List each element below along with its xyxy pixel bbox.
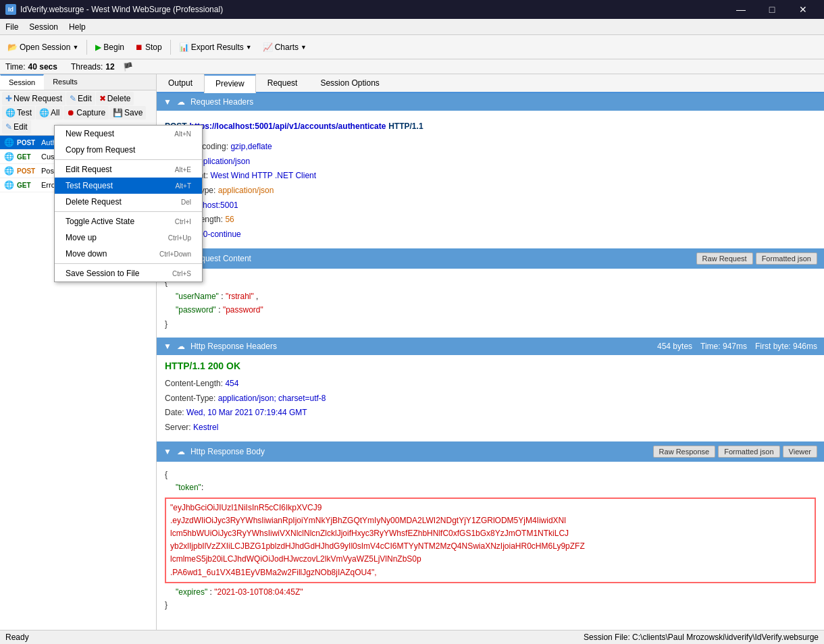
resp-bytes: 454 bytes [657, 342, 692, 351]
menu-bar: File Session Help [0, 19, 824, 35]
globe-icon-0: 🌐 [4, 138, 14, 147]
response-headers-content: HTTP/1.1 200 OK Content-Length: 454 Cont… [157, 355, 824, 441]
ctx-delete-request[interactable]: Delete Request Del [55, 194, 202, 210]
token-val-1: "eyJhbGciOiJIUzI1NiIsInR5cCI6IkpXVCJ9 [170, 502, 810, 514]
stop-icon: ⏹ [135, 43, 143, 52]
test-button[interactable]: 🌐 Test [2, 106, 35, 119]
ctx-new-request-shortcut: Alt+N [174, 130, 191, 138]
stop-button[interactable]: ⏹ Stop [130, 40, 167, 55]
req-headers-toggle[interactable]: ▼ [163, 97, 172, 107]
tab-session-options[interactable]: Session Options [309, 74, 390, 92]
ctx-toggle-shortcut: Ctrl+I [175, 218, 191, 225]
edit-button[interactable]: ✎ Edit [66, 92, 95, 105]
ctx-test-request[interactable]: Test Request Alt+T [55, 178, 202, 194]
resp-body-actions: Raw Response Formatted json Viewer [653, 446, 817, 458]
ctx-test-label: Test Request [66, 181, 113, 190]
folder-icon: 📂 [7, 43, 18, 52]
left-panel: Session Results ✚ New Request ✎ Edit ✖ D… [0, 74, 157, 630]
ctx-copy-request[interactable]: Copy from Request [55, 142, 202, 158]
open-session-button[interactable]: 📂 Open Session ▼ [3, 40, 83, 55]
tab-session[interactable]: Session [0, 74, 44, 90]
export-icon: 📊 [179, 43, 189, 52]
resp-headers-toggle[interactable]: ▼ [163, 342, 172, 351]
status-bar: Time: 40 secs Threads: 12 🏴 [0, 59, 824, 74]
ctx-move-down[interactable]: Move down Ctrl+Down [55, 246, 202, 262]
response-body-content: { "token": "eyJhbGciOiJIUzI1NiIsInR5cCI6… [157, 462, 824, 618]
right-panel: Output Preview Request Session Options ▼… [157, 74, 824, 630]
ctx-new-request[interactable]: New Request Alt+N [55, 126, 202, 142]
tab-output[interactable]: Output [157, 74, 204, 92]
req-url: https://localhost:5001/api/v1/accounts/a… [190, 122, 386, 131]
resp-body-toggle[interactable]: ▼ [163, 447, 172, 456]
minimize-button[interactable]: ― [725, 0, 756, 19]
export-results-button[interactable]: 📊 Export Results ▼ [174, 40, 257, 55]
ctx-save-session[interactable]: Save Session to File Ctrl+S [55, 265, 202, 281]
edit2-icon: ✎ [5, 122, 12, 132]
ctx-save-shortcut: Ctrl+S [172, 270, 191, 277]
response-body-section: ▼ ☁ Http Response Body Raw Response Form… [157, 441, 824, 462]
capture-button[interactable]: ⏺ Capture [63, 106, 109, 119]
ctx-toggle-label: Toggle Active State [66, 217, 134, 226]
all-button[interactable]: 🌐 All [36, 106, 63, 119]
ctx-edit-request[interactable]: Edit Request Alt+E [55, 161, 202, 178]
all-icon: 🌐 [39, 108, 49, 117]
menu-session[interactable]: Session [24, 19, 63, 34]
viewer-button[interactable]: Viewer [783, 446, 817, 458]
time-label: Time: [5, 62, 26, 72]
save-button[interactable]: 💾 Save [109, 106, 146, 119]
resp-status: HTTP/1.1 200 OK [157, 355, 824, 374]
json-password-line: "password" : "password" [165, 303, 816, 317]
header-host: Host: localhost:5001 [165, 198, 816, 213]
ctx-sep-1 [55, 159, 202, 160]
chart-icon: 📈 [263, 43, 273, 52]
tab-preview[interactable]: Preview [204, 74, 256, 93]
toolbar-separator-1 [86, 40, 87, 55]
verb-badge-1: GET [17, 153, 38, 161]
tab-results[interactable]: Results [44, 74, 86, 90]
resp-headers-title: Http Response Headers [190, 342, 277, 351]
raw-request-button[interactable]: Raw Request [696, 252, 753, 265]
content-area: ▼ ☁ Request Headers POST https://localho… [157, 93, 824, 630]
close-button[interactable]: ✕ [788, 0, 819, 19]
ctx-delete-shortcut: Del [181, 198, 191, 206]
ctx-edit-shortcut: Alt+E [175, 166, 191, 173]
header-content-type: Content-Type: application/json [165, 184, 816, 198]
raw-response-button[interactable]: Raw Response [653, 446, 716, 458]
header-accept: Accept: application/json [165, 155, 816, 169]
header-content-length: Content-Length: 56 [165, 213, 816, 227]
add-icon: ✚ [5, 94, 12, 103]
resp-token-key: "token": [165, 481, 816, 494]
ctx-movedown-shortcut: Ctrl+Down [159, 250, 191, 258]
ctx-toggle-active[interactable]: Toggle Active State Ctrl+I [55, 213, 202, 230]
ctx-copy-label: Copy from Request [66, 145, 135, 155]
globe-icon-1: 🌐 [4, 152, 14, 161]
json-username-line: "userName" : "rstrahl" , [165, 290, 816, 303]
resp-expires-line: "expires" : "2021-03-10T08:04:45Z" [165, 586, 816, 599]
delete-button[interactable]: ✖ Delete [96, 92, 134, 105]
request-headers-content: POST https://localhost:5001/api/v1/accou… [157, 111, 824, 248]
charts-arrow[interactable]: ▼ [301, 44, 307, 51]
ctx-move-up[interactable]: Move up Ctrl+Up [55, 230, 202, 246]
menu-help[interactable]: Help [63, 19, 91, 34]
ctx-moveup-label: Move up [66, 233, 97, 242]
open-session-arrow[interactable]: ▼ [72, 44, 78, 51]
formatted-json-button[interactable]: Formatted json [756, 252, 817, 265]
req-content-actions: Raw Request Formatted json [696, 252, 817, 265]
ctx-sep-3 [55, 263, 202, 264]
menu-file[interactable]: File [0, 19, 24, 34]
verb-badge-3: GET [17, 182, 38, 189]
ctx-sep-2 [55, 211, 202, 212]
export-arrow[interactable]: ▼ [246, 44, 252, 51]
token-val-5: lcmlmeS5jb20iLCJhdWQiOiJodHJwczovL2lkVmV… [170, 553, 810, 566]
begin-button[interactable]: ▶ Begin [91, 40, 129, 55]
ctx-movedown-label: Move down [66, 249, 107, 259]
formatted-json-resp-button[interactable]: Formatted json [718, 446, 779, 458]
charts-button[interactable]: 📈 Charts ▼ [258, 40, 311, 55]
edit2-button[interactable]: ✎ Edit [2, 120, 31, 134]
new-request-button[interactable]: ✚ New Request [2, 92, 66, 105]
cloud-upload-icon: ☁ [177, 97, 185, 107]
tab-request[interactable]: Request [256, 74, 309, 92]
header-accept-encoding: Accept-Encoding: gzip,deflate [165, 140, 816, 155]
maximize-button[interactable]: □ [756, 0, 788, 19]
save-icon: 💾 [113, 108, 123, 117]
